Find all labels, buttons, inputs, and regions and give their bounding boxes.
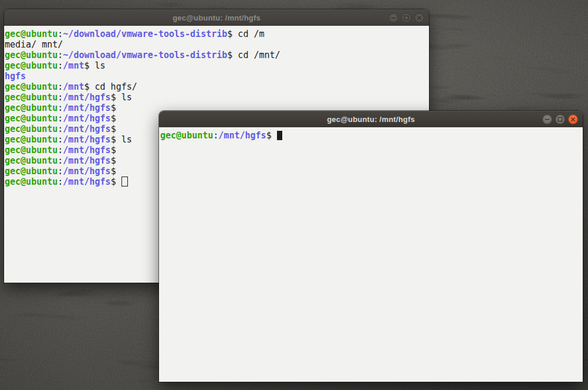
- titlebar[interactable]: gec@ubuntu: /mnt/hgfs: [4, 9, 429, 26]
- terminal-line: gec@ubuntu:~/download/vmware-tools-distr…: [5, 29, 429, 39]
- terminal-text-segment: ~/download/vmware-tools-distrib: [63, 50, 227, 60]
- terminal-text-segment: gec@ubuntu: [5, 113, 58, 124]
- terminal-text-segment: /mnt/hgfs: [63, 113, 110, 124]
- terminal-window-front: gec@ubuntu: /mnt/hgfs gec@ubuntu:/mnt/hg…: [159, 111, 583, 382]
- maximize-icon: [557, 117, 563, 122]
- terminal-text-segment: :: [58, 103, 63, 113]
- terminal-text-segment: gec@ubuntu: [5, 155, 58, 166]
- window-title: gec@ubuntu: /mnt/hgfs: [173, 13, 261, 22]
- maximize-button[interactable]: [401, 13, 411, 23]
- terminal-text-segment: $ ls: [111, 92, 132, 103]
- window-controls: [542, 111, 578, 127]
- terminal-text-segment: /mnt: [63, 82, 84, 92]
- terminal-text-segment: media/ mnt/: [5, 39, 63, 50]
- terminal-cursor-block: [277, 131, 282, 140]
- terminal-text-segment: :: [58, 113, 63, 124]
- terminal-text-segment: :: [58, 134, 63, 145]
- terminal-line: gec@ubuntu:/mnt/hgfs$: [160, 130, 583, 141]
- terminal-text-segment: $ ls: [84, 60, 105, 71]
- terminal-text-segment: $ cd hgfs/: [84, 82, 137, 92]
- terminal-text-segment: :: [58, 82, 63, 92]
- terminal-text-segment: :: [58, 145, 63, 155]
- terminal-text-segment: gec@ubuntu: [5, 60, 58, 71]
- terminal-line: gec@ubuntu:/mnt$ cd hgfs/: [5, 82, 429, 92]
- terminal-text-segment: /mnt/hgfs: [63, 145, 110, 155]
- minimize-icon: [391, 15, 396, 21]
- terminal-text-segment: :: [58, 60, 63, 71]
- terminal-text-segment: $ cd /mnt/: [227, 50, 280, 60]
- terminal-text-segment: :: [58, 166, 63, 177]
- terminal-text-segment: :: [58, 92, 63, 103]
- minimize-icon: [545, 117, 550, 122]
- terminal-text-segment: gec@ubuntu: [5, 177, 58, 187]
- terminal-text-segment: /mnt/hgfs: [63, 103, 110, 113]
- terminal-text-segment: /mnt/hgfs: [63, 92, 110, 103]
- terminal-screen[interactable]: gec@ubuntu:/mnt/hgfs$: [159, 127, 583, 382]
- close-icon: [417, 15, 422, 21]
- terminal-line: gec@ubuntu:/mnt/hgfs$ ls: [5, 92, 429, 103]
- terminal-text-segment: /mnt/hgfs: [63, 166, 110, 177]
- terminal-text-segment: hgfs: [5, 71, 26, 82]
- terminal-text-segment: /mnt/hgfs: [218, 130, 266, 141]
- terminal-text-segment: $: [111, 124, 116, 134]
- terminal-text-segment: ~/download/vmware-tools-distrib: [63, 29, 227, 39]
- terminal-text-segment: $: [111, 166, 116, 177]
- maximize-button[interactable]: [555, 114, 565, 124]
- window-controls: [388, 10, 424, 26]
- close-button[interactable]: [414, 13, 424, 23]
- close-button[interactable]: [568, 114, 578, 124]
- terminal-text-segment: gec@ubuntu: [5, 103, 58, 113]
- titlebar[interactable]: gec@ubuntu: /mnt/hgfs: [159, 111, 583, 127]
- window-title: gec@ubuntu: /mnt/hgfs: [327, 115, 415, 124]
- terminal-text-segment: gec@ubuntu: [5, 134, 58, 145]
- terminal-text-segment: $ ls: [111, 134, 132, 145]
- terminal-text-segment: :: [213, 130, 218, 141]
- terminal-text-segment: /mnt/hgfs: [63, 134, 110, 145]
- terminal-line: gec@ubuntu:~/download/vmware-tools-distr…: [5, 50, 429, 60]
- terminal-text-segment: /mnt/hgfs: [63, 155, 110, 166]
- terminal-text-segment: :: [58, 177, 63, 187]
- terminal-cursor-hollow: [121, 177, 128, 186]
- terminal-text-segment: /mnt/hgfs: [63, 177, 110, 187]
- terminal-text-segment: gec@ubuntu: [5, 166, 58, 177]
- terminal-line: hgfs: [5, 71, 429, 82]
- terminal-text-segment: gec@ubuntu: [5, 29, 58, 39]
- terminal-text-segment: $: [111, 155, 116, 166]
- terminal-text-segment: :: [58, 29, 63, 39]
- minimize-button[interactable]: [542, 114, 552, 124]
- terminal-text-segment: $: [266, 130, 277, 141]
- terminal-text-segment: gec@ubuntu: [5, 92, 58, 103]
- terminal-line: media/ mnt/: [5, 39, 429, 50]
- terminal-text-segment: $: [111, 145, 116, 155]
- terminal-text-segment: $ cd /m: [227, 29, 264, 39]
- terminal-text-segment: $: [111, 113, 116, 124]
- terminal-text-segment: $: [111, 177, 121, 187]
- terminal-text-segment: /mnt: [63, 60, 84, 71]
- close-icon: [570, 117, 576, 122]
- terminal-text-segment: :: [58, 155, 63, 166]
- terminal-text-segment: gec@ubuntu: [5, 124, 58, 134]
- terminal-text-segment: gec@ubuntu: [5, 82, 58, 92]
- terminal-text-segment: gec@ubuntu: [5, 145, 58, 155]
- terminal-text-segment: gec@ubuntu: [5, 50, 58, 60]
- terminal-text-segment: $: [111, 103, 116, 113]
- terminal-line: gec@ubuntu:/mnt$ ls: [5, 60, 429, 71]
- terminal-text-segment: gec@ubuntu: [160, 130, 213, 141]
- terminal-text-segment: :: [58, 50, 63, 60]
- terminal-text-segment: :: [58, 124, 63, 134]
- maximize-icon: [404, 15, 409, 21]
- terminal-text-segment: /mnt/hgfs: [63, 124, 110, 134]
- minimize-button[interactable]: [388, 13, 398, 23]
